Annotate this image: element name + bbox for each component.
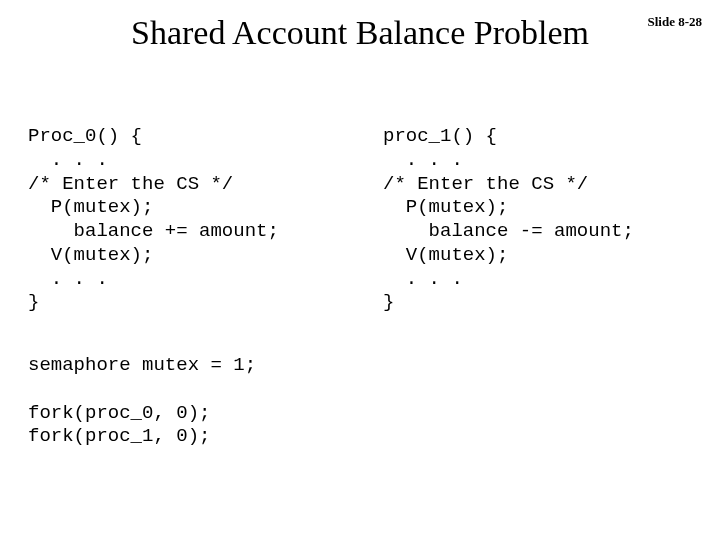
code-columns: Proc_0() { . . . /* Enter the CS */ P(mu… (28, 125, 692, 315)
slide: Slide 8-28 Shared Account Balance Proble… (0, 0, 720, 540)
code-proc-0: Proc_0() { . . . /* Enter the CS */ P(mu… (28, 125, 383, 315)
code-proc-1: proc_1() { . . . /* Enter the CS */ P(mu… (383, 125, 692, 315)
code-setup: semaphore mutex = 1; fork(proc_0, 0); fo… (28, 354, 256, 449)
slide-title-wrap: Shared Account Balance Problem (0, 14, 720, 52)
slide-title: Shared Account Balance Problem (131, 14, 589, 52)
